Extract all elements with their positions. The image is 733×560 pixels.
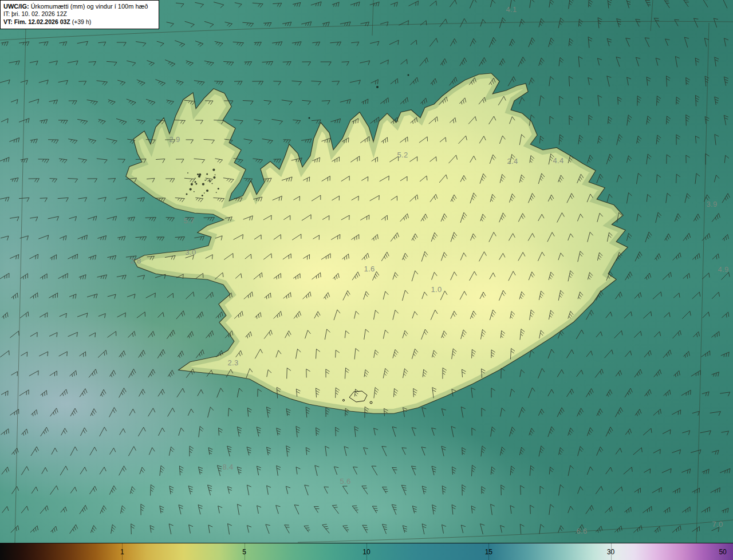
map-title: Úrkomumætti (mm) og vindur í 100m hæð	[29, 3, 148, 10]
lead-time: (+39 h)	[70, 18, 91, 25]
colorbar-tick-label: 30	[607, 548, 614, 556]
map-area: 4.12.95.22.44.43.95.73.02.81.64.91.02.38…	[0, 0, 733, 543]
colorbar-tick-label: 10	[362, 548, 370, 556]
wind-barb-glyphs	[0, 0, 730, 534]
colorbar-ticks: 1510153050	[0, 543, 733, 560]
valid-time: VT: Fim. 12.02.2026 03Z	[3, 18, 70, 25]
map-title-line: UWC/IG: Úrkomumætti (mm) og vindur í 100…	[3, 2, 153, 10]
init-time: IT: þri. 10. 02. 2026 12Z	[3, 10, 153, 18]
colorbar-tick-label: 5	[242, 548, 246, 556]
colorbar-tick-label: 50	[719, 548, 726, 556]
colorbar: 1510153050	[0, 543, 733, 560]
colorbar-tick-label: 1	[120, 548, 124, 556]
colorbar-tick-label: 15	[485, 548, 492, 556]
model-name: UWC/IG:	[3, 3, 29, 10]
weather-forecast-map: 4.12.95.22.44.43.95.73.02.81.64.91.02.38…	[0, 0, 733, 560]
valid-time-line: VT: Fim. 12.02.2026 03Z (+39 h)	[3, 18, 153, 26]
wind-barbs-layer	[0, 0, 733, 543]
title-box: UWC/IG: Úrkomumætti (mm) og vindur í 100…	[0, 0, 159, 29]
